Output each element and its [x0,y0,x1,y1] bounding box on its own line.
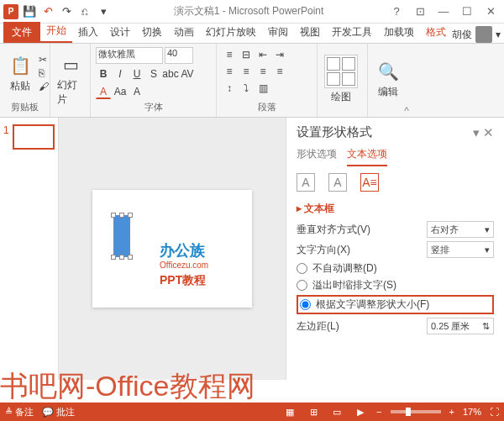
normal-view-icon[interactable]: ▦ [282,407,297,418]
pane-tab-shape[interactable]: 形状选项 [297,147,337,166]
justify-button[interactable]: ≡ [272,64,287,79]
align-right-button[interactable]: ≡ [255,64,270,79]
undo-icon[interactable]: ↶ [40,4,55,19]
close-icon[interactable]: ✕ [480,5,501,18]
zoom-level[interactable]: 17% [463,407,481,417]
columns-button[interactable]: ▥ [255,81,270,96]
window-title: 演示文稿1 - Microsoft PowerPoint [111,4,386,18]
shadow-button[interactable]: abc [163,66,178,82]
numbers-button[interactable]: ⊟ [239,47,254,62]
find-icon: 🔍 [375,60,402,83]
strike-button[interactable]: S [146,66,161,82]
font-color-button[interactable]: A [96,84,111,99]
minimize-icon[interactable]: — [433,5,454,18]
copy-icon[interactable]: ⎘ [39,67,49,79]
indent-inc-button[interactable]: ⇥ [272,47,287,62]
group-clipboard-label: 剪贴板 [5,101,45,113]
underline-button[interactable]: U [129,66,144,82]
indent-dec-button[interactable]: ⇤ [255,47,270,62]
font-size-select[interactable]: 40 [165,47,193,64]
zoom-in-icon[interactable]: + [449,407,454,417]
repeat-icon[interactable]: ⎌ [77,4,92,19]
redo-icon[interactable]: ↷ [59,4,74,19]
selected-shape[interactable] [113,215,130,257]
comments-button[interactable]: 💬 批注 [42,406,75,418]
app-icon: P [3,4,18,19]
slide-thumbnail[interactable]: 1 [3,124,55,150]
autofit-none[interactable]: 不自动调整(D) [297,261,494,276]
slides-button[interactable]: ▭ 幻灯片 [55,51,86,108]
paste-button[interactable]: 📋 粘贴 [5,52,35,95]
cut-icon[interactable]: ✂ [39,54,49,66]
direction-label: 文字方向(X) [297,243,350,257]
tab-view[interactable]: 视图 [294,22,326,43]
fit-window-icon[interactable]: ⛶ [490,407,499,417]
shapes-icon [324,55,358,88]
file-tab[interactable]: 文件 [3,22,40,43]
line-spacing-button[interactable]: ↕ [222,81,237,96]
bullets-button[interactable]: ≡ [222,47,237,62]
format-pane: 设置形状格式 ▾ ✕ 形状选项 文本选项 A A A≡ ▸ 文本框 垂直对齐方式… [286,118,504,380]
tab-transition[interactable]: 切换 [136,22,168,43]
text-effects-icon[interactable]: A [328,173,347,192]
reading-view-icon[interactable]: ▭ [329,407,344,418]
font-name-select[interactable]: 微软雅黑 [96,47,163,64]
zoom-out-icon[interactable]: − [376,407,381,417]
direction-select[interactable]: 竖排▾ [427,241,494,258]
pane-tab-text[interactable]: 文本选项 [347,147,387,166]
autofit-shrink[interactable]: 溢出时缩排文字(S) [297,278,494,292]
qat-dropdown-icon[interactable]: ▾ [96,4,111,19]
text-direction-button[interactable]: ⤵ [239,81,254,96]
margin-left-spinner[interactable]: 0.25 厘米⇅ [427,318,494,334]
tab-design[interactable]: 设计 [104,22,136,43]
slide: 办公族 Officezu.com PPT教程 [92,190,252,308]
group-font-label: 字体 [96,101,211,113]
edit-button[interactable]: 🔍 编辑 [373,58,403,101]
slide-canvas[interactable]: 办公族 Officezu.com PPT教程 [59,118,286,380]
tab-format[interactable]: 格式 [420,22,452,43]
format-painter-icon[interactable]: 🖌 [39,81,49,92]
pane-title: 设置形状格式 [297,124,372,140]
avatar[interactable] [475,26,492,43]
sorter-view-icon[interactable]: ⊞ [306,407,321,418]
tab-animation[interactable]: 动画 [168,22,200,43]
highlight-button[interactable]: A [129,84,144,99]
autofit-resize[interactable]: 根据文字调整形状大小(F) [297,295,494,314]
user-name[interactable]: 胡俊 [452,28,472,42]
tab-insert[interactable]: 插入 [72,22,104,43]
margin-left-label: 左边距(L) [297,319,339,334]
tab-review[interactable]: 审阅 [262,22,294,43]
italic-button[interactable]: I [113,66,128,82]
user-dropdown-icon[interactable]: ▾ [496,29,501,40]
help-icon[interactable]: ? [386,5,407,18]
tab-home[interactable]: 开始 [40,20,72,43]
text-fill-icon[interactable]: A [297,173,315,192]
tab-slideshow[interactable]: 幻灯片放映 [200,22,262,43]
group-paragraph-label: 段落 [222,101,312,113]
slideshow-view-icon[interactable]: ▶ [353,407,368,418]
notes-button[interactable]: ≜ 备注 [5,406,34,418]
valign-label: 垂直对齐方式(V) [297,223,370,237]
maximize-icon[interactable]: ☐ [457,5,477,18]
spacing-button[interactable]: AV [180,66,195,82]
tab-developer[interactable]: 开发工具 [326,22,378,43]
save-icon[interactable]: 💾 [22,4,37,19]
clipboard-icon: 📋 [7,54,34,77]
tab-addins[interactable]: 加载项 [378,22,420,43]
valign-select[interactable]: 右对齐▾ [427,221,494,238]
textbox-icon[interactable]: A≡ [360,173,379,192]
ribbon-options-icon[interactable]: ⊡ [410,5,430,18]
align-left-button[interactable]: ≡ [222,64,237,79]
draw-button[interactable]: 绘图 [323,53,360,106]
pane-close-icon[interactable]: ▾ ✕ [473,125,494,140]
collapse-ribbon-icon[interactable]: ^ [402,44,412,117]
watermark-logo: 办公族 Officezu.com PPT教程 [160,240,208,288]
case-button[interactable]: Aa [113,84,128,99]
bold-button[interactable]: B [96,66,111,82]
zoom-slider[interactable] [391,410,441,413]
section-textbox[interactable]: ▸ 文本框 [297,202,494,216]
align-center-button[interactable]: ≡ [239,64,254,79]
new-slide-icon: ▭ [57,53,84,76]
